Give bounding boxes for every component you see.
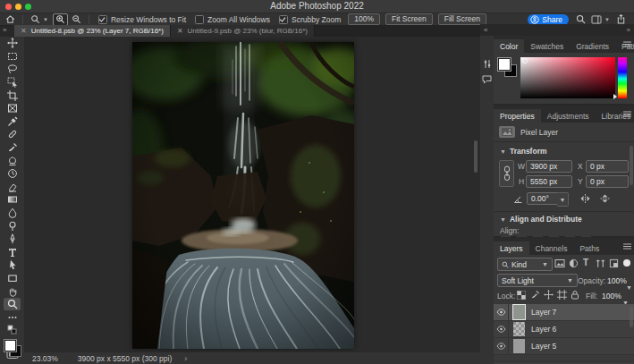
properties-scrollbar[interactable] (630, 146, 633, 185)
visibility-toggle[interactable] (494, 321, 509, 337)
opacity-dropdown-icon[interactable]: ▼ (626, 277, 632, 293)
color-swatches[interactable] (498, 58, 520, 80)
history-panel-icon[interactable] (480, 55, 494, 72)
layer-filter-kind-dropdown[interactable]: Kind▼ (497, 258, 553, 271)
align-section-header[interactable]: ▼Align and Distribute (500, 215, 582, 224)
height-field[interactable]: 5550 px (526, 175, 572, 188)
zoom-100-button[interactable]: 100% (348, 13, 380, 25)
shape-tool[interactable] (4, 272, 21, 285)
canvas-image[interactable] (132, 42, 354, 349)
foreground-color-swatch[interactable] (498, 58, 511, 71)
layer-thumbnail[interactable] (513, 305, 525, 319)
close-tab-icon[interactable]: ✕ (21, 27, 27, 35)
share-button[interactable]: Share (528, 14, 569, 25)
resize-windows-checkbox[interactable]: Resize Windows to Fit (98, 15, 186, 24)
visibility-toggle[interactable] (494, 338, 509, 354)
layer-row[interactable]: Layer 5 (494, 338, 634, 355)
clone-stamp-tool[interactable] (4, 154, 21, 167)
close-tab-icon[interactable]: ✕ (177, 27, 183, 35)
color-marker[interactable] (522, 58, 528, 63)
status-expand-icon[interactable]: › (184, 354, 187, 363)
tab-gradients[interactable]: Gradients (570, 39, 615, 53)
zoom-out-button[interactable] (70, 14, 83, 25)
lock-artboard-icon[interactable] (557, 290, 567, 300)
panel-menu-icon[interactable] (623, 243, 631, 250)
hand-tool[interactable] (4, 284, 21, 298)
tab-channels[interactable]: Channels (529, 241, 574, 255)
tab-properties[interactable]: Properties (494, 109, 541, 123)
zoom-in-button[interactable] (53, 13, 68, 26)
transform-section-header[interactable]: ▼Transform (500, 147, 547, 156)
crop-tool[interactable] (4, 89, 21, 102)
workspace-switcher-icon[interactable] (589, 14, 603, 25)
filter-shape-layers-icon[interactable] (596, 258, 605, 268)
link-dimensions-icon[interactable] (499, 160, 514, 187)
chevron-down-icon[interactable]: ▼ (604, 17, 610, 22)
layer-row[interactable]: Layer 7 (494, 304, 634, 321)
layer-row[interactable]: Layer 6 (494, 321, 634, 338)
fill-value[interactable]: 100% (602, 292, 621, 301)
fit-screen-button[interactable]: Fit Screen (385, 13, 433, 25)
chevron-down-icon[interactable]: ▼ (43, 17, 48, 22)
panel-menu-icon[interactable] (623, 41, 631, 47)
pen-tool[interactable] (4, 233, 21, 246)
lock-pixels-icon[interactable] (530, 290, 540, 300)
document-tab[interactable]: ✕ Untitled-9.psb @ 23% (blur, RGB/16*) (171, 25, 315, 37)
panel-menu-icon[interactable] (623, 111, 631, 117)
edit-toolbar-icon[interactable] (4, 310, 21, 324)
checkbox-checked-icon[interactable] (279, 15, 288, 24)
foreground-color-swatch[interactable] (4, 340, 16, 351)
history-brush-tool[interactable] (4, 167, 21, 181)
filter-toggle-icon[interactable] (623, 259, 630, 267)
hue-slider[interactable] (618, 57, 627, 98)
layer-name[interactable]: Layer 5 (531, 342, 556, 351)
collapse-panels-icon[interactable]: « (484, 26, 487, 34)
angle-dropdown-icon[interactable]: ▼ (557, 192, 569, 207)
eyedropper-tool[interactable] (4, 115, 21, 129)
width-field[interactable]: 3900 px (526, 160, 572, 173)
marquee-tool[interactable] (4, 50, 21, 63)
hue-slider-marker[interactable] (613, 94, 617, 99)
tab-swatches[interactable]: Swatches (524, 39, 570, 53)
move-tool[interactable] (4, 37, 21, 50)
layers-scrollbar[interactable] (630, 306, 633, 327)
healing-brush-tool[interactable] (4, 128, 21, 141)
tab-paths[interactable]: Paths (573, 241, 605, 255)
default-colors-icon[interactable] (4, 324, 21, 337)
dodge-tool[interactable] (4, 219, 21, 233)
layer-name[interactable]: Layer 7 (531, 308, 556, 317)
saturation-brightness-field[interactable] (520, 57, 615, 98)
search-icon[interactable] (574, 14, 588, 25)
opacity-value[interactable]: 100% (607, 276, 627, 285)
layer-thumbnail[interactable] (513, 339, 525, 353)
object-selection-tool[interactable] (4, 76, 21, 89)
gradient-tool[interactable] (4, 193, 21, 207)
fill-screen-button[interactable]: Fill Screen (438, 13, 486, 25)
layer-name[interactable]: Layer 6 (531, 325, 556, 334)
checkbox-checked-icon[interactable] (98, 15, 107, 24)
scrubby-zoom-checkbox[interactable]: Scrubby Zoom (279, 15, 341, 24)
blur-tool[interactable] (4, 207, 21, 220)
path-selection-tool[interactable] (4, 258, 21, 272)
zoom-tool[interactable] (4, 298, 21, 311)
x-field[interactable]: 0 px (586, 160, 629, 173)
filter-adjustment-layers-icon[interactable] (569, 258, 579, 268)
zoom-percent-field[interactable]: 23.03% (32, 354, 58, 363)
tab-color[interactable]: Color (494, 39, 524, 53)
type-tool[interactable] (4, 246, 21, 259)
lock-position-icon[interactable] (544, 290, 554, 300)
document-info[interactable]: 3900 px x 5550 px (300 ppi) (78, 354, 172, 363)
document-tab-active[interactable]: ✕ Untitled-8.psb @ 23% (Layer 7, RGB/16*… (14, 25, 171, 37)
toolbar-expand-icon[interactable]: » (3, 26, 5, 34)
flip-vertical-icon[interactable] (599, 193, 611, 204)
collapse-panels-icon[interactable]: » (627, 26, 630, 34)
lock-all-icon[interactable] (571, 290, 579, 300)
filter-smart-objects-icon[interactable] (609, 258, 619, 268)
filter-type-layers-icon[interactable]: T (583, 258, 588, 267)
y-field[interactable]: 0 px (586, 175, 629, 188)
checkbox-unchecked-icon[interactable] (195, 15, 204, 24)
home-icon[interactable] (4, 14, 17, 25)
zoom-all-windows-checkbox[interactable]: Zoom All Windows (195, 15, 270, 24)
layer-thumbnail[interactable] (513, 322, 525, 336)
flip-horizontal-icon[interactable] (579, 193, 591, 204)
